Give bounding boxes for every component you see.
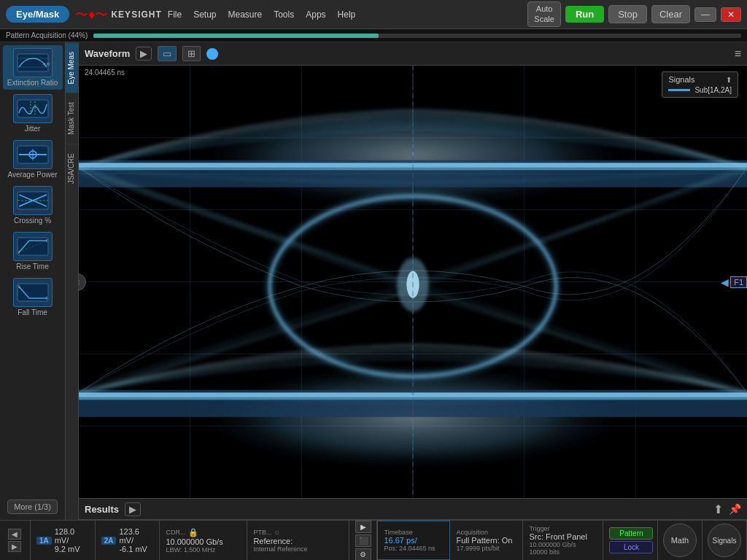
transport-buttons: ▶ ⬛ ⚙ xyxy=(355,521,371,561)
top-controls: AutoScale Run Stop Clear — ✕ xyxy=(527,1,741,26)
transport-section: ▶ ⬛ ⚙ xyxy=(349,521,377,560)
svg-text:-1/0: -1/0 xyxy=(42,62,50,66)
run-button[interactable]: Run xyxy=(565,6,604,23)
pattern-button[interactable]: Pattern xyxy=(609,527,653,540)
sidebar-label-average-power: Average Power xyxy=(7,171,57,179)
sidebar-label-extinction-ratio: Extinction Ratio xyxy=(7,79,58,87)
channel-2a-line1: 123.6 mV/ xyxy=(119,527,153,545)
waveform-title: Waveform xyxy=(85,48,130,59)
channel-1a-section: 1A 128.0 mV/ 9.2 mV xyxy=(31,521,96,560)
rise-time-icon xyxy=(13,232,53,261)
trigger-section: Trigger Src: Front Panel 10.000000 Gb/s … xyxy=(523,521,603,560)
results-bar: Results ▶ ⬆ 📌 xyxy=(79,498,747,520)
waveform-play-button[interactable]: ▶ xyxy=(136,47,152,61)
left-sidebar: -1/0 Extinction Ratio Jitter xyxy=(0,42,66,520)
more-button[interactable]: More (1/3) xyxy=(7,499,58,514)
cdr-title-row: CDR... 🔒 xyxy=(166,528,241,537)
channel-1a-line2: 9.2 mV xyxy=(55,545,89,553)
cdr-section: CDR... 🔒 10.000000 Gb/s LBW: 1.500 MHz xyxy=(160,521,247,560)
jitter-icon xyxy=(13,94,53,123)
tab-eye-meas[interactable]: Eye Meas xyxy=(66,42,78,93)
cdr-lbw: LBW: 1.500 MHz xyxy=(166,546,241,553)
eye-diagram xyxy=(79,66,747,498)
ptb-ref-label: Reference: xyxy=(253,537,343,545)
pattern-lock-section: Pattern Lock xyxy=(603,521,657,560)
menu-help[interactable]: Help xyxy=(338,9,356,20)
channel-1a-badge: 1A xyxy=(36,537,52,545)
lock-button[interactable]: Lock xyxy=(609,541,653,553)
math-button[interactable]: Math xyxy=(663,524,697,557)
eye-mask-button[interactable]: Eye/Mask xyxy=(6,6,69,23)
sidebar-item-extinction-ratio[interactable]: -1/0 Extinction Ratio xyxy=(3,45,63,90)
keysight-logo: 〜♦〜 KEYSIGHT xyxy=(75,6,162,23)
tab-panel: Eye Meas Mask Test JSA/CRE xyxy=(66,42,79,520)
sidebar-item-average-power[interactable]: Average Power xyxy=(3,137,63,182)
legend-header: Signals ⬆ xyxy=(668,75,732,84)
nav-right-button[interactable]: ▶ xyxy=(8,541,21,552)
dot-button[interactable] xyxy=(206,48,218,60)
trigger-src: Src: Front Panel xyxy=(529,532,597,541)
transport-settings-button[interactable]: ⚙ xyxy=(355,548,371,561)
minimize-button[interactable]: — xyxy=(694,7,716,22)
tab-mask-test[interactable]: Mask Test xyxy=(66,93,78,144)
trigger-title: Trigger xyxy=(529,525,597,532)
sidebar-item-jitter[interactable]: Jitter xyxy=(3,91,63,136)
channel-2a-values: 123.6 mV/ -6.1 mV xyxy=(119,527,153,553)
channel-1a-row: 1A 128.0 mV/ 9.2 mV xyxy=(36,527,89,553)
channel-2a-badge: 2A xyxy=(101,537,117,545)
cdr-value: 10.000000 Gb/s xyxy=(166,537,241,546)
acquisition-section: Acquisition Full Pattern: On 17.9999 pts… xyxy=(450,521,523,560)
nav-left-button[interactable]: ◀ xyxy=(8,529,21,540)
menu-tools[interactable]: Tools xyxy=(274,9,294,20)
progress-fill xyxy=(93,34,379,38)
results-title: Results xyxy=(85,504,119,515)
cdr-title: CDR... xyxy=(166,529,185,536)
cdr-lock-icon: 🔒 xyxy=(188,528,198,537)
chart-container: 24.04465 ns Signals ⬆ Sub[1A,2A] ◀ F1 « xyxy=(79,66,747,498)
sidebar-item-fall-time[interactable]: Fall Time xyxy=(3,275,63,319)
transport-stop-button[interactable]: ⬛ xyxy=(355,534,371,547)
channel-1a-line1: 128.0 mV/ xyxy=(55,527,89,545)
ptb-ref-val: Internal Reference xyxy=(253,545,343,553)
close-button[interactable]: ✕ xyxy=(721,7,741,22)
timebase-value: 16.67 ps/ xyxy=(384,536,444,545)
trigger-rate: 10.000000 Gb/s xyxy=(529,541,597,548)
results-play-button[interactable]: ▶ xyxy=(125,502,141,516)
stop-button[interactable]: Stop xyxy=(608,5,647,23)
menu-apps[interactable]: Apps xyxy=(306,9,325,20)
clear-button[interactable]: Clear xyxy=(651,5,690,23)
channel-2a-section: 2A 123.6 mV/ -6.1 mV xyxy=(96,521,160,560)
logo-wave-icon: 〜♦〜 xyxy=(75,6,108,23)
menu-file[interactable]: File xyxy=(168,9,182,20)
ptb-title-row: PTB... ○ xyxy=(253,528,343,537)
crossing-pct-icon xyxy=(13,186,53,215)
sidebar-item-crossing-pct[interactable]: Crossing % xyxy=(3,183,63,228)
view-button-1[interactable]: ▭ xyxy=(158,46,177,61)
nav-arrows-section: ◀ ▶ xyxy=(0,521,31,560)
results-up-button[interactable]: ⬆ xyxy=(713,502,723,516)
waveform-menu-button[interactable]: ≡ xyxy=(735,47,741,61)
sidebar-item-rise-time[interactable]: Rise Time xyxy=(3,229,63,273)
ptb-title: PTB... xyxy=(253,529,271,536)
transport-play-button[interactable]: ▶ xyxy=(355,521,371,533)
menu-measure[interactable]: Measure xyxy=(228,9,263,20)
view-button-2[interactable]: ⊞ xyxy=(182,46,201,61)
vendor-name: KEYSIGHT xyxy=(111,9,161,20)
results-pin-button[interactable]: 📌 xyxy=(729,503,741,515)
channel-2a-row: 2A 123.6 mV/ -6.1 mV xyxy=(101,527,154,553)
tab-jsa-cre[interactable]: JSA/CRE xyxy=(66,144,78,192)
timebase-pos: Pos: 24.04465 ns xyxy=(384,545,444,552)
sidebar-label-rise-time: Rise Time xyxy=(16,262,48,271)
legend-entry: Sub[1A,2A] xyxy=(668,86,732,94)
acquisition-line1: Full Pattern: On xyxy=(456,536,516,545)
signals-button[interactable]: Signals xyxy=(708,524,741,557)
f1-marker: ◀ F1 xyxy=(721,276,747,288)
legend-collapse-button[interactable]: ⬆ xyxy=(726,76,732,84)
sidebar-label-fall-time: Fall Time xyxy=(18,308,47,316)
auto-scale-button[interactable]: AutoScale xyxy=(527,1,561,26)
progress-track xyxy=(93,34,741,38)
nav-arrows: ◀ ▶ xyxy=(8,529,21,552)
sidebar-label-jitter: Jitter xyxy=(25,125,41,133)
menu-setup[interactable]: Setup xyxy=(193,9,216,20)
status-bar: ◀ ▶ 1A 128.0 mV/ 9.2 mV 2A 123.6 mV/ -6.… xyxy=(0,520,747,560)
